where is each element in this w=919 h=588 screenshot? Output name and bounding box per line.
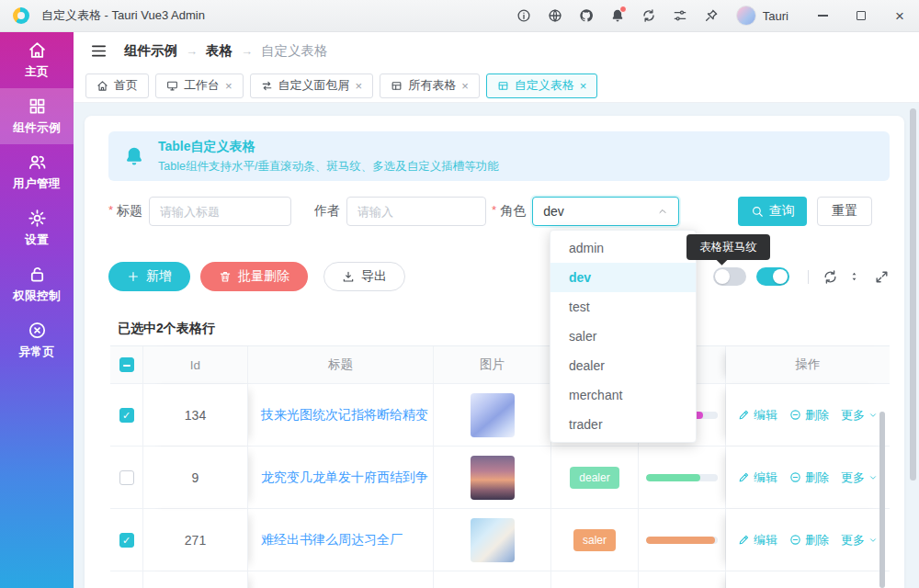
delete-action[interactable]: 删除 bbox=[789, 407, 829, 424]
column-header-actions: 操作 bbox=[726, 346, 890, 383]
sidebar-item-permissions[interactable]: 权限控制 bbox=[0, 256, 74, 312]
info-icon[interactable] bbox=[508, 0, 539, 32]
table-row bbox=[110, 571, 890, 588]
language-globe-icon[interactable] bbox=[539, 0, 571, 32]
search-button[interactable]: 查询 bbox=[738, 197, 807, 226]
density-icon[interactable] bbox=[849, 270, 859, 283]
more-action[interactable]: 更多 bbox=[841, 469, 878, 486]
more-action[interactable]: 更多 bbox=[841, 407, 878, 424]
collapse-menu-icon[interactable] bbox=[90, 42, 108, 60]
home-icon bbox=[28, 40, 47, 60]
add-button[interactable]: 新增 bbox=[108, 262, 190, 291]
divider bbox=[808, 270, 809, 284]
row-thumbnail[interactable] bbox=[471, 518, 515, 562]
role-option-merchant[interactable]: merchant bbox=[550, 380, 696, 410]
close-tab-icon[interactable]: × bbox=[461, 80, 469, 92]
tab-home[interactable]: 首页 bbox=[85, 74, 149, 98]
table-scrollbar[interactable] bbox=[879, 412, 885, 588]
pin-icon[interactable] bbox=[696, 0, 727, 32]
row-checkbox[interactable] bbox=[119, 408, 134, 423]
column-header-id: Id bbox=[143, 346, 248, 383]
user-avatar[interactable] bbox=[736, 6, 756, 26]
export-button[interactable]: 导出 bbox=[323, 262, 405, 291]
title-field-label: 标题 bbox=[108, 203, 142, 220]
row-id: 134 bbox=[185, 408, 206, 423]
error-circle-icon bbox=[28, 321, 47, 340]
selection-summary: 已选中2个表格行 bbox=[110, 312, 890, 346]
row-id: 9 bbox=[192, 470, 199, 485]
border-toggle[interactable] bbox=[756, 267, 789, 286]
tab-custom-table[interactable]: 自定义表格 × bbox=[486, 74, 598, 98]
minimize-button[interactable] bbox=[803, 0, 842, 32]
close-tab-icon[interactable]: × bbox=[225, 80, 233, 92]
sidebar-item-settings[interactable]: 设置 bbox=[0, 200, 74, 256]
role-select-value: dev bbox=[543, 204, 564, 219]
chevron-down-icon bbox=[868, 411, 878, 420]
username: Tauri bbox=[763, 9, 789, 23]
app-logo-icon bbox=[13, 7, 29, 24]
plus-icon bbox=[127, 270, 140, 283]
users-icon bbox=[28, 153, 47, 172]
row-title-link[interactable]: 龙究变几龙单发十府西结到争 bbox=[261, 469, 428, 486]
lock-icon bbox=[28, 265, 47, 284]
role-option-dealer[interactable]: dealer bbox=[550, 351, 696, 380]
author-input[interactable] bbox=[346, 197, 486, 226]
trash-icon bbox=[219, 270, 232, 283]
home-icon bbox=[96, 80, 108, 92]
tabs-bar: 首页 工作台 × 自定义面包屑 × 所有表格 × 自定义表格 × bbox=[74, 69, 919, 103]
row-thumbnail[interactable] bbox=[471, 393, 515, 437]
close-button[interactable]: × bbox=[880, 0, 919, 32]
notifications-bell-icon[interactable] bbox=[602, 0, 633, 32]
maximize-button[interactable] bbox=[842, 0, 880, 32]
role-select[interactable]: dev bbox=[532, 197, 679, 226]
delete-action[interactable]: 删除 bbox=[789, 532, 829, 548]
select-all-checkbox[interactable] bbox=[119, 357, 134, 372]
page-scrollbar[interactable] bbox=[910, 108, 916, 481]
minus-circle-icon bbox=[789, 471, 801, 483]
edit-action[interactable]: 编辑 bbox=[738, 407, 777, 424]
role-option-test[interactable]: test bbox=[550, 292, 696, 322]
sidebar-item-home[interactable]: 主页 bbox=[0, 32, 74, 88]
table-icon bbox=[391, 80, 403, 92]
close-tab-icon[interactable]: × bbox=[580, 80, 587, 92]
tab-workbench[interactable]: 工作台 × bbox=[155, 74, 244, 98]
row-title-link[interactable]: 技来光图统次记指将断给精变 bbox=[261, 407, 428, 424]
close-tab-icon[interactable]: × bbox=[356, 80, 363, 92]
breadcrumb-level1[interactable]: 组件示例 bbox=[124, 42, 177, 60]
role-option-admin[interactable]: admin bbox=[550, 233, 696, 263]
more-action[interactable]: 更多 bbox=[841, 532, 878, 548]
role-option-saler[interactable]: saler bbox=[550, 322, 696, 351]
settings-sliders-icon[interactable] bbox=[664, 0, 696, 32]
pencil-icon bbox=[738, 471, 750, 483]
tab-all-tables[interactable]: 所有表格 × bbox=[380, 74, 480, 98]
edit-action[interactable]: 编辑 bbox=[738, 532, 777, 548]
row-checkbox[interactable] bbox=[119, 533, 134, 548]
tab-custom-breadcrumb[interactable]: 自定义面包屑 × bbox=[250, 74, 374, 98]
delete-action[interactable]: 删除 bbox=[789, 469, 829, 486]
breadcrumb-level2[interactable]: 表格 bbox=[206, 42, 233, 60]
edit-action[interactable]: 编辑 bbox=[738, 469, 777, 486]
github-icon[interactable] bbox=[571, 0, 602, 32]
row-checkbox[interactable] bbox=[119, 470, 134, 485]
column-header-image: 图片 bbox=[434, 346, 551, 383]
row-title-link[interactable]: 难经出书律么周达习全厂 bbox=[261, 532, 403, 548]
batch-delete-button[interactable]: 批量删除 bbox=[200, 262, 308, 291]
zebra-stripe-toggle[interactable] bbox=[713, 267, 746, 286]
refresh-table-icon[interactable] bbox=[823, 269, 838, 285]
sidebar-item-users[interactable]: 用户管理 bbox=[0, 144, 74, 200]
reset-button[interactable]: 重置 bbox=[817, 197, 872, 226]
swap-icon bbox=[261, 80, 273, 92]
row-thumbnail[interactable] bbox=[471, 456, 515, 500]
fullscreen-icon[interactable] bbox=[874, 269, 890, 285]
author-field-label: 作者 bbox=[314, 203, 340, 220]
title-input[interactable] bbox=[149, 197, 291, 226]
notice-banner: Table自定义表格 Table组件支持水平/垂直滚动条、斑马纹、多选及自定义插… bbox=[108, 131, 890, 181]
role-option-trader[interactable]: trader bbox=[550, 410, 696, 439]
notification-badge bbox=[619, 6, 627, 13]
chevron-down-icon bbox=[868, 473, 878, 482]
role-option-dev[interactable]: dev bbox=[550, 263, 696, 292]
monitor-icon bbox=[166, 80, 178, 92]
refresh-icon[interactable] bbox=[633, 0, 664, 32]
sidebar-item-error-pages[interactable]: 异常页 bbox=[0, 312, 74, 368]
sidebar-item-components[interactable]: 组件示例 bbox=[0, 88, 74, 144]
